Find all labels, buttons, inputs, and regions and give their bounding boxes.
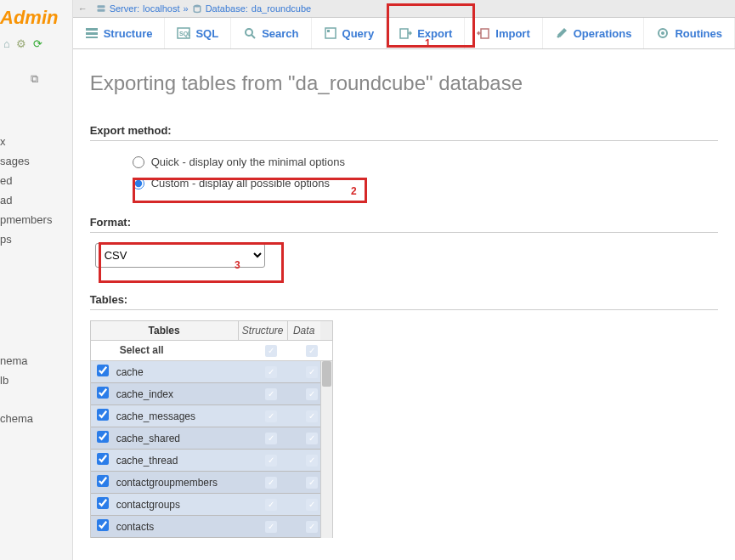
tab-operations[interactable]: Operations [543, 18, 645, 48]
tab-query[interactable]: Query [312, 18, 387, 48]
svg-rect-5 [86, 37, 98, 38]
table-structure-cb[interactable]: ✓ [265, 477, 277, 489]
tab-bar: Structure SQL SQL Search Query Export Im… [73, 18, 735, 49]
table-row: contactgroups✓✓ [91, 494, 332, 516]
svg-rect-13 [481, 29, 489, 38]
structure-icon [85, 26, 99, 40]
breadcrumb-server-value[interactable]: localhost [143, 3, 179, 14]
tab-search[interactable]: Search [231, 18, 311, 48]
home-icon[interactable]: ⌂ [3, 37, 10, 50]
table-select-cb[interactable] [97, 453, 109, 465]
gear-icon[interactable]: ⚙ [16, 37, 26, 50]
table-select-cb[interactable] [97, 365, 109, 376]
table-structure-cb[interactable]: ✓ [265, 521, 277, 533]
scrollbar-thumb[interactable] [322, 361, 331, 387]
sidebar-item[interactable]: nema [0, 351, 72, 371]
tab-label: SQL [195, 27, 218, 40]
format-label: Format: [90, 216, 718, 233]
import-icon [477, 26, 490, 40]
svg-rect-11 [327, 30, 330, 32]
breadcrumb-db-value[interactable]: da_roundcube [252, 3, 311, 14]
table-select-cb[interactable] [97, 519, 109, 531]
breadcrumb: ← Server: localhost » Database: da_round… [73, 0, 735, 18]
select-all-row: Select all ✓ ✓ [91, 341, 332, 361]
table-name[interactable]: cache_index [115, 385, 251, 404]
svg-point-8 [246, 29, 252, 36]
table-name[interactable]: contacts [115, 518, 251, 536]
table-structure-cb[interactable]: ✓ [265, 366, 277, 378]
server-icon [96, 3, 106, 14]
table-row: cache_messages✓✓ [91, 405, 332, 427]
sidebar-item[interactable]: ps [0, 229, 72, 249]
radio-custom[interactable]: Custom - display all possible options [133, 173, 718, 194]
table-row: cache_thread✓✓ [91, 450, 332, 472]
sidebar-item[interactable]: sages [0, 151, 72, 171]
table-data-cb[interactable]: ✓ [306, 521, 318, 533]
table-name[interactable]: cache_shared [115, 429, 251, 448]
radio-quick-input[interactable] [133, 156, 144, 168]
tab-routines[interactable]: Routines [644, 18, 735, 48]
tab-label: Query [342, 27, 375, 40]
table-name[interactable]: contactgroupmembers [115, 473, 251, 492]
link-icon[interactable]: ⧉ [0, 57, 72, 98]
table-data-cb[interactable]: ✓ [306, 499, 318, 511]
table-data-cb[interactable]: ✓ [306, 410, 318, 422]
table-data-cb[interactable]: ✓ [306, 477, 318, 489]
select-all-structure-cb[interactable]: ✓ [265, 345, 277, 357]
table-name[interactable]: contactgroups [115, 495, 251, 514]
select-all-label[interactable]: Select all [91, 341, 251, 360]
svg-rect-0 [97, 5, 105, 8]
table-select-cb[interactable] [97, 431, 109, 443]
sidebar-item[interactable]: chema [0, 409, 72, 428]
sidebar-item[interactable]: x [0, 132, 72, 151]
table-select-cb[interactable] [97, 475, 109, 487]
refresh-icon[interactable]: ⟳ [33, 37, 42, 50]
svg-rect-1 [97, 9, 105, 12]
export-icon [399, 26, 412, 40]
table-select-cb[interactable] [97, 497, 109, 509]
radio-quick[interactable]: Quick - display only the minimal options [133, 151, 718, 173]
table-structure-cb[interactable]: ✓ [265, 410, 277, 422]
database-icon [192, 3, 202, 14]
tab-label: Operations [574, 27, 632, 40]
tab-structure[interactable]: Structure [73, 18, 166, 48]
table-structure-cb[interactable]: ✓ [265, 433, 277, 444]
tab-label: Search [262, 27, 298, 40]
tab-sql[interactable]: SQL SQL [165, 18, 231, 48]
table-name[interactable]: cache_thread [115, 451, 251, 470]
sidebar-toolbar: ⌂ ⚙ ⟳ [0, 34, 72, 57]
table-structure-cb[interactable]: ✓ [265, 388, 277, 400]
table-data-cb[interactable]: ✓ [306, 433, 318, 444]
tab-import[interactable]: Import [465, 18, 542, 48]
tables-label: Tables: [90, 293, 718, 310]
breadcrumb-sep: » [184, 3, 189, 14]
tables-panel: Tables Structure Data Select all ✓ ✓ cac… [90, 320, 333, 538]
scrollbar[interactable] [320, 361, 332, 538]
table-select-cb[interactable] [97, 387, 109, 399]
table-name[interactable]: cache [115, 363, 251, 382]
sidebar-item[interactable]: pmembers [0, 210, 72, 229]
sidebar-item[interactable]: ad [0, 190, 72, 210]
annotation-2: 2 [351, 185, 357, 197]
table-data-cb[interactable]: ✓ [306, 388, 318, 400]
back-arrow-icon[interactable]: ← [78, 3, 88, 14]
main-content: ← Server: localhost » Database: da_round… [73, 0, 735, 560]
svg-rect-10 [325, 28, 336, 38]
table-structure-cb[interactable]: ✓ [265, 455, 277, 467]
table-structure-cb[interactable]: ✓ [265, 499, 277, 511]
radio-custom-input[interactable] [133, 178, 144, 189]
table-data-cb[interactable]: ✓ [306, 455, 318, 467]
app-logo: Admin [0, 3, 72, 34]
select-all-data-cb[interactable]: ✓ [306, 345, 318, 357]
table-name[interactable]: cache_messages [115, 407, 251, 426]
table-row: cache_index✓✓ [91, 383, 332, 405]
scroll-gutter-top [320, 321, 332, 340]
svg-line-9 [252, 35, 255, 38]
svg-point-2 [194, 5, 201, 8]
sidebar-item[interactable]: lb [0, 371, 72, 390]
sidebar-item[interactable]: ed [0, 171, 72, 190]
table-data-cb[interactable]: ✓ [306, 366, 318, 378]
tab-label: Export [417, 27, 452, 40]
query-icon [324, 26, 337, 40]
table-select-cb[interactable] [97, 409, 109, 421]
